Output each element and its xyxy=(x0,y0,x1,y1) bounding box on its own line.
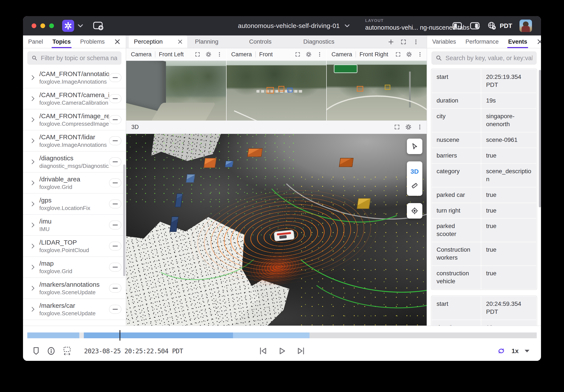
chevron-right-icon[interactable] xyxy=(30,139,35,143)
topic-row[interactable]: /gpsfoxglove.LocationFix xyxy=(23,194,126,215)
topic-row[interactable]: /CAM_FRONT/camera_infofoxglove.CameraCal… xyxy=(23,88,126,109)
chevron-right-icon[interactable] xyxy=(30,96,35,101)
3d-mode-button[interactable]: 3D xyxy=(410,168,419,175)
chevron-right-icon[interactable] xyxy=(30,117,35,122)
chevron-right-icon[interactable] xyxy=(30,307,35,312)
topic-visibility-toggle[interactable] xyxy=(109,199,121,209)
topic-row[interactable]: /drivable_areafoxglove.Grid xyxy=(23,173,126,194)
camera-image-front-left[interactable] xyxy=(126,61,226,121)
threed-viewport[interactable]: 3D xyxy=(126,134,427,326)
tab-controls[interactable]: Controls xyxy=(241,35,296,48)
tab-menu-button[interactable] xyxy=(413,39,419,45)
tab-problems[interactable]: Problems xyxy=(80,35,105,48)
fullscreen-icon[interactable] xyxy=(394,124,400,130)
chevron-right-icon[interactable] xyxy=(30,75,35,80)
chevron-right-icon[interactable] xyxy=(30,181,35,185)
select-tool-button[interactable] xyxy=(407,139,422,154)
kebab-menu-icon[interactable] xyxy=(417,124,423,130)
settings-gear-icon[interactable] xyxy=(306,51,312,57)
close-left-sidebar-button[interactable] xyxy=(114,39,121,45)
data-source-selector[interactable]: autonomous-vehicle-self-driving-01 xyxy=(238,16,350,35)
fullscreen-icon[interactable] xyxy=(295,52,300,57)
measure-ruler-icon[interactable] xyxy=(411,182,419,190)
topic-row[interactable]: /odom xyxy=(23,320,126,326)
fullscreen-tabs-button[interactable] xyxy=(400,39,407,45)
event-card[interactable]: start20:24:59.354 PDT duration19s citysi… xyxy=(431,295,537,326)
timezone-selector[interactable]: PDT xyxy=(487,22,512,30)
topic-visibility-toggle[interactable] xyxy=(109,284,121,293)
camera-image-front[interactable] xyxy=(226,61,326,121)
topic-visibility-toggle[interactable] xyxy=(109,73,121,82)
topic-visibility-toggle[interactable] xyxy=(109,305,121,314)
tab-perception[interactable]: Perception xyxy=(129,35,187,48)
close-window-button[interactable] xyxy=(32,23,36,28)
topic-row[interactable]: /markers/carfoxglove.SceneUpdate xyxy=(23,299,126,320)
tab-variables[interactable]: Variables xyxy=(432,35,456,48)
kebab-menu-icon[interactable] xyxy=(217,52,222,57)
tab-panel[interactable]: Panel xyxy=(28,35,43,48)
play-button[interactable] xyxy=(278,346,286,355)
event-search-input[interactable]: Search by key, value, or key:value xyxy=(431,51,537,65)
speed-dropdown-button[interactable] xyxy=(524,349,530,353)
app-menu-chevron[interactable] xyxy=(78,24,83,28)
toggle-left-sidebar-button[interactable] xyxy=(452,22,462,30)
playhead-marker[interactable] xyxy=(119,330,120,341)
topic-visibility-toggle[interactable] xyxy=(109,157,121,166)
settings-gear-icon[interactable] xyxy=(405,124,412,130)
settings-gear-icon[interactable] xyxy=(406,51,412,57)
topic-visibility-toggle[interactable] xyxy=(109,178,121,187)
minimize-window-button[interactable] xyxy=(40,23,45,28)
user-avatar[interactable] xyxy=(520,20,532,32)
topic-visibility-toggle[interactable] xyxy=(109,221,121,229)
foxglove-logo[interactable] xyxy=(62,20,74,32)
new-window-button[interactable] xyxy=(93,21,104,30)
zoom-window-button[interactable] xyxy=(49,23,54,28)
kebab-menu-icon[interactable] xyxy=(317,52,322,57)
playback-timeline[interactable] xyxy=(27,333,537,338)
seek-backward-button[interactable] xyxy=(259,346,268,355)
add-tab-button[interactable] xyxy=(388,39,394,45)
fullscreen-icon[interactable] xyxy=(195,52,200,57)
topic-row[interactable]: /imuIMU xyxy=(23,215,126,236)
loop-playback-button[interactable] xyxy=(496,347,506,355)
chevron-right-icon[interactable] xyxy=(30,244,35,249)
tab-events[interactable]: Events xyxy=(508,35,527,48)
right-sidebar-scrollbar[interactable] xyxy=(539,70,541,207)
chevron-right-icon[interactable] xyxy=(30,286,35,291)
tab-performance[interactable]: Performance xyxy=(465,35,499,48)
topic-visibility-toggle[interactable] xyxy=(109,136,121,145)
fullscreen-icon[interactable] xyxy=(395,52,401,57)
topic-filter-input[interactable]: Filter by topic or schema name... xyxy=(27,51,121,65)
topic-row[interactable]: /markers/annotationsfoxglove.SceneUpdate xyxy=(23,278,126,299)
topic-row[interactable]: /CAM_FRONT/lidarfoxglove.ImageAnnotation… xyxy=(23,130,126,152)
chevron-right-icon[interactable] xyxy=(30,265,35,270)
topic-visibility-toggle[interactable] xyxy=(109,94,121,103)
left-sidebar-scrollbar[interactable] xyxy=(123,164,125,276)
chevron-right-icon[interactable] xyxy=(30,159,35,164)
seek-forward-button[interactable] xyxy=(296,346,305,355)
topic-row[interactable]: /diagnosticsdiagnostic_msgs/DiagnosticAr… xyxy=(23,152,126,173)
tab-planning[interactable]: Planning xyxy=(187,35,241,48)
tab-topics[interactable]: Topics xyxy=(53,35,71,48)
topic-visibility-toggle[interactable] xyxy=(109,115,121,124)
loop-range-select-button[interactable] xyxy=(63,346,71,356)
topic-row[interactable]: /CAM_FRONT/image_rect_c...foxglove.Compr… xyxy=(23,109,126,130)
kebab-menu-icon[interactable] xyxy=(417,52,423,57)
topic-row[interactable]: /CAM_FRONT/annotationsfoxglove.ImageAnno… xyxy=(23,67,126,88)
tab-diagnostics[interactable]: Diagnostics xyxy=(296,35,350,48)
close-right-sidebar-button[interactable] xyxy=(537,39,541,45)
topic-row[interactable]: /mapfoxglove.Grid xyxy=(23,257,126,278)
camera-image-front-right[interactable] xyxy=(327,61,427,121)
topic-row[interactable]: /LIDAR_TOPfoxglove.PointCloud xyxy=(23,236,126,257)
event-card[interactable]: start20:25:19.354 PDT duration19s citysi… xyxy=(431,69,537,290)
settings-gear-icon[interactable] xyxy=(205,51,212,57)
create-event-button[interactable] xyxy=(32,347,40,355)
close-tab-icon[interactable] xyxy=(177,39,183,44)
topic-visibility-toggle[interactable] xyxy=(109,242,121,251)
toggle-right-sidebar-button[interactable] xyxy=(470,22,480,30)
playback-speed[interactable]: 1x xyxy=(511,347,519,355)
follow-vehicle-button[interactable] xyxy=(407,203,422,219)
data-source-info-button[interactable] xyxy=(47,347,55,355)
chevron-right-icon[interactable] xyxy=(30,223,35,228)
chevron-right-icon[interactable] xyxy=(30,202,35,207)
